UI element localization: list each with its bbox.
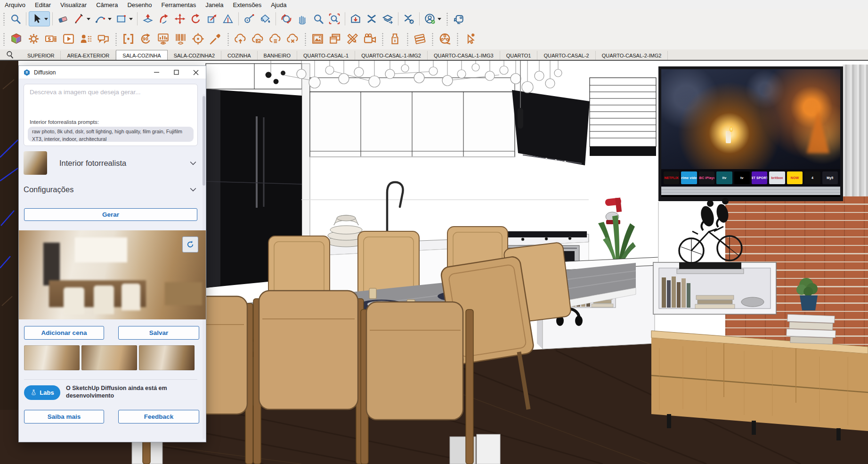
orbit-tool-button[interactable] xyxy=(278,11,294,26)
pricing-button[interactable]: $ xyxy=(42,31,60,47)
target-button[interactable] xyxy=(189,31,207,47)
film-reel-button[interactable] xyxy=(436,31,454,47)
tape-measure-tool-button[interactable] xyxy=(241,11,257,26)
toolbar-drag-handle[interactable] xyxy=(406,33,409,46)
toolbar-drag-handle[interactable] xyxy=(3,12,5,25)
diffusion-button[interactable] xyxy=(451,11,467,26)
scene-tab-quarto-casal-2-img2[interactable]: QUARTO-CASAL-2-IMG2 xyxy=(596,51,668,60)
generated-thumbnail-1[interactable] xyxy=(24,345,80,370)
window-layout-button[interactable] xyxy=(326,31,344,47)
menu-editar[interactable]: Editar xyxy=(30,0,56,9)
menu-camera[interactable]: Câmera xyxy=(91,0,122,9)
scene-brick-wall[interactable] xyxy=(725,196,868,352)
toolbar-drag-handle[interactable] xyxy=(115,33,117,46)
smart-cursor-button[interactable] xyxy=(461,31,479,47)
toolbar-drag-handle[interactable] xyxy=(381,33,384,46)
push-pull-tool-button[interactable] xyxy=(140,11,156,26)
colored-cube-button[interactable] xyxy=(8,31,25,47)
zoom-extents-tool-button[interactable] xyxy=(326,11,342,26)
prompt-input[interactable]: Descreva a imagem que deseja gerar... In… xyxy=(24,84,198,146)
toolbar-drag-handle[interactable] xyxy=(227,33,229,46)
feedback-button[interactable]: Feedback xyxy=(118,410,199,423)
move-tool-button[interactable] xyxy=(172,11,188,26)
cloud-models-button[interactable] xyxy=(267,31,284,47)
arc-tool-button[interactable] xyxy=(92,11,114,26)
scene-tab-sala-cozinha[interactable]: SALA-COZINHA xyxy=(116,50,167,60)
settings-gear-button[interactable] xyxy=(25,31,42,47)
scene-upper-cabinets[interactable] xyxy=(310,78,656,157)
menu-janela[interactable]: Janela xyxy=(201,0,228,9)
scene-tab-superior[interactable]: SUPERIOR xyxy=(21,51,61,60)
scene-tab-quarto1[interactable]: QUARTO1 xyxy=(500,51,538,60)
refresh-button[interactable] xyxy=(182,236,198,252)
settings-toggle[interactable]: Configurações xyxy=(24,182,198,196)
close-button[interactable] xyxy=(186,66,206,79)
extension-warehouse-button[interactable] xyxy=(364,11,380,26)
image-export-button[interactable] xyxy=(309,31,326,47)
menu-visualizar[interactable]: Visualizar xyxy=(56,0,91,9)
scene-tab-area-exterior[interactable]: AREA-EXTERIOR xyxy=(61,51,116,60)
style-selector[interactable]: Interior fotorrealista xyxy=(24,151,198,175)
dropdown-arrow-icon[interactable] xyxy=(87,18,90,20)
scene-tab-quarto-casal-1[interactable]: QUARTO-CASAL-1 xyxy=(297,51,355,60)
pan-tool-button[interactable] xyxy=(294,11,310,26)
play-animation-button[interactable] xyxy=(60,31,77,47)
add-scene-button[interactable]: Adicionar cena xyxy=(24,326,104,340)
dropdown-arrow-icon[interactable] xyxy=(44,18,48,20)
3d-warehouse-button[interactable] xyxy=(348,11,364,26)
flashlight-button[interactable] xyxy=(386,31,404,47)
toolbar-drag-handle[interactable] xyxy=(3,33,5,46)
prompt-suggestion-chip[interactable]: raw photo, 8k uhd, dslr, soft lighting, … xyxy=(28,127,194,142)
minimize-button[interactable] xyxy=(146,66,166,79)
dropdown-arrow-icon[interactable] xyxy=(129,18,133,20)
video-camera-button[interactable] xyxy=(361,31,379,47)
menu-extensoes[interactable]: Extensões xyxy=(228,0,266,9)
eyedropper-button[interactable] xyxy=(207,31,224,47)
search-tool-button[interactable] xyxy=(8,11,24,26)
toolbar-drag-handle[interactable] xyxy=(456,33,459,46)
protractor-tool-button[interactable] xyxy=(220,11,236,26)
cloud-tools-button[interactable] xyxy=(284,31,301,47)
menu-ferramentas[interactable]: Ferramentas xyxy=(156,0,201,9)
toolbar-drag-handle[interactable] xyxy=(446,12,448,25)
scrollbar-thumb[interactable] xyxy=(203,96,205,186)
scene-tab-quarto-casal-1-img2[interactable]: QUARTO-CASAL-1-IMG2 xyxy=(355,51,428,60)
follow-me-tool-button[interactable] xyxy=(156,11,172,26)
share-model-button[interactable] xyxy=(380,11,396,26)
scene-tab-sala-cozinha2[interactable]: SALA-COZINHA2 xyxy=(168,51,221,60)
menu-arquivo[interactable]: Arquivo xyxy=(0,0,30,9)
eraser-tool-button[interactable] xyxy=(55,11,71,26)
selection-frame-button[interactable] xyxy=(120,31,137,47)
scene-tab-banheiro[interactable]: BANHEIRO xyxy=(258,51,297,60)
select-t9ool-button[interactable] xyxy=(29,11,50,26)
generate-button[interactable]: Gerar xyxy=(24,208,197,221)
material-books-button[interactable] xyxy=(411,31,429,47)
extension-manager-button[interactable] xyxy=(401,11,417,26)
scene-tab-quarto-casal-1-img3[interactable]: QUARTO-CASAL-1-IMG3 xyxy=(428,51,500,60)
dropdown-arrow-icon[interactable] xyxy=(438,18,441,20)
learn-more-button[interactable]: Saiba mais xyxy=(24,410,104,423)
rectangle-tool-button[interactable] xyxy=(114,11,135,26)
scene-left-wall[interactable] xyxy=(0,61,18,464)
menu-ajuda[interactable]: Ajuda xyxy=(266,0,291,9)
scene-tab-quarto-casal-2[interactable]: QUARTO-CASAL-2 xyxy=(537,51,595,60)
scene-tab-cozinha[interactable]: COZINHA xyxy=(221,51,258,60)
hide-chart-button[interactable] xyxy=(154,31,172,47)
hide-barcode-button[interactable] xyxy=(172,31,189,47)
search-icon[interactable] xyxy=(6,50,15,59)
dialog-titlebar[interactable]: Diffusion xyxy=(19,66,206,79)
account-button[interactable] xyxy=(422,11,443,26)
line-tool-button[interactable] xyxy=(71,11,92,26)
generated-thumbnail-3[interactable] xyxy=(139,345,195,370)
cloud-upload-button[interactable] xyxy=(232,31,249,47)
scale-tool-button[interactable] xyxy=(204,11,220,26)
scene-range-hood[interactable] xyxy=(512,90,590,165)
rotate-tool-button[interactable] xyxy=(188,11,204,26)
toolbar-drag-handle[interactable] xyxy=(304,33,307,46)
chevron-down-icon[interactable] xyxy=(188,185,198,194)
comments-button[interactable] xyxy=(95,31,112,47)
scene-tv[interactable]: NETFLIXprime videoBBC iPlayeritvtvBT SPO… xyxy=(658,66,843,201)
paint-bucket-tool-button[interactable] xyxy=(257,11,273,26)
menu-desenho[interactable]: Desenho xyxy=(122,0,156,9)
zoom-tool-button[interactable] xyxy=(310,11,326,26)
